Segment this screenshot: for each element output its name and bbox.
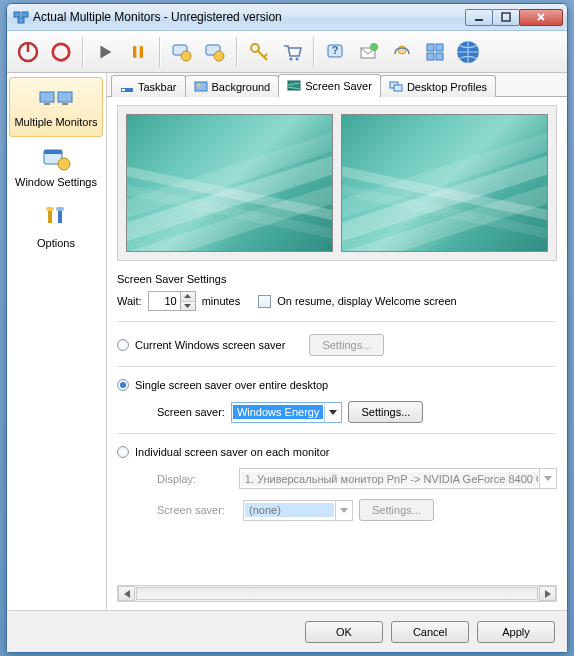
svg-rect-37 [46, 207, 54, 211]
toolbar-separator [159, 37, 161, 67]
ok-button[interactable]: OK [305, 621, 383, 643]
spin-up[interactable] [181, 292, 195, 302]
maximize-button[interactable] [492, 9, 520, 26]
group-title: Screen Saver Settings [117, 273, 557, 285]
help-button[interactable]: ? [320, 35, 352, 69]
power-button[interactable] [12, 35, 44, 69]
svg-point-22 [398, 46, 406, 54]
radio-individual-label: Individual screen saver on each monitor [135, 446, 329, 458]
single-saver-row: Screen saver: Windows Energy Settings... [157, 401, 557, 423]
scroll-right-icon[interactable] [539, 586, 556, 601]
play-button[interactable] [89, 35, 121, 69]
svg-rect-41 [195, 82, 207, 91]
nav-label: Window Settings [15, 176, 97, 188]
nav-options[interactable]: Options [9, 197, 103, 257]
chevron-down-icon [335, 501, 352, 520]
nav-window-settings[interactable]: Window Settings [9, 137, 103, 197]
main-toolbar: ? [7, 31, 567, 73]
support-button[interactable] [386, 35, 418, 69]
profiles-icon [389, 80, 403, 94]
config-button-1[interactable] [166, 35, 198, 69]
globe-button[interactable] [452, 35, 484, 69]
toolbar-separator [236, 37, 238, 67]
windows-button[interactable] [419, 35, 451, 69]
cart-button[interactable] [276, 35, 308, 69]
indiv-saver-row: Screen saver: (none) Settings... [157, 499, 557, 521]
svg-marker-47 [184, 304, 191, 308]
chevron-down-icon [539, 469, 556, 488]
svg-rect-23 [427, 44, 434, 51]
display-row: Display: 1. Универсальный монитор PnP ->… [157, 468, 557, 489]
scroll-thumb[interactable] [136, 587, 538, 600]
svg-marker-46 [184, 294, 191, 298]
svg-point-14 [214, 51, 224, 61]
indiv-saver-combo: (none) [243, 500, 353, 521]
svg-text:?: ? [332, 44, 339, 56]
pause-button[interactable] [122, 35, 154, 69]
wait-label: Wait: [117, 295, 142, 307]
chevron-down-icon[interactable] [324, 403, 341, 422]
key-button[interactable] [243, 35, 275, 69]
svg-rect-0 [14, 12, 20, 17]
on-resume-checkbox[interactable] [258, 295, 271, 308]
tab-screen-saver[interactable]: Screen Saver [278, 74, 381, 97]
svg-rect-1 [22, 12, 28, 17]
radio-current-row: Current Windows screen saver Settings... [117, 334, 557, 356]
app-window: Actual Multiple Monitors - Unregistered … [6, 3, 568, 653]
cancel-button[interactable]: Cancel [391, 621, 469, 643]
tab-desktop-profiles[interactable]: Desktop Profiles [380, 75, 496, 97]
combo-value: 1. Универсальный монитор PnP -> NVIDIA G… [241, 472, 538, 486]
preview-monitor-2 [341, 114, 548, 252]
apply-button[interactable]: Apply [477, 621, 555, 643]
app-icon [13, 9, 29, 25]
svg-rect-38 [56, 207, 64, 211]
radio-single-row: Single screen saver over entire desktop [117, 379, 557, 391]
tab-label: Taskbar [138, 81, 177, 93]
tab-label: Desktop Profiles [407, 81, 487, 93]
tab-label: Background [212, 81, 271, 93]
separator [117, 321, 557, 322]
stop-button[interactable] [45, 35, 77, 69]
config-button-2[interactable] [199, 35, 231, 69]
svg-point-21 [370, 43, 378, 51]
current-settings-button[interactable]: Settings... [309, 334, 384, 356]
radio-individual-row: Individual screen saver on each monitor [117, 446, 557, 458]
wait-input[interactable] [148, 291, 180, 311]
wait-units: minutes [202, 295, 241, 307]
wait-spinner[interactable] [148, 291, 196, 311]
svg-point-12 [181, 51, 191, 61]
titlebar[interactable]: Actual Multiple Monitors - Unregistered … [7, 4, 567, 31]
minimize-button[interactable] [465, 9, 493, 26]
horizontal-scrollbar[interactable] [117, 585, 557, 602]
feedback-button[interactable] [353, 35, 385, 69]
screensaver-preview [117, 105, 557, 261]
svg-rect-31 [62, 103, 68, 105]
radio-single-label: Single screen saver over entire desktop [135, 379, 328, 391]
tab-label: Screen Saver [305, 80, 372, 92]
screen-saver-label: Screen saver: [157, 406, 225, 418]
scroll-left-icon[interactable] [118, 586, 135, 601]
radio-individual[interactable] [117, 446, 129, 458]
svg-point-7 [53, 43, 70, 60]
svg-rect-26 [436, 53, 443, 60]
wait-row: Wait: minutes On resume, display Welcome… [117, 291, 557, 311]
tab-taskbar[interactable]: Taskbar [111, 75, 186, 97]
single-settings-button[interactable]: Settings... [348, 401, 423, 423]
svg-marker-52 [545, 590, 551, 598]
single-saver-combo[interactable]: Windows Energy [231, 402, 343, 423]
svg-rect-2 [18, 18, 24, 23]
radio-current-label: Current Windows screen saver [135, 339, 285, 351]
close-button[interactable] [519, 9, 563, 26]
spin-down[interactable] [181, 302, 195, 311]
background-icon [194, 80, 208, 94]
svg-point-34 [58, 158, 70, 170]
right-pane: Taskbar Background Screen Saver Desktop … [107, 73, 567, 610]
svg-point-42 [197, 83, 200, 86]
svg-point-17 [296, 57, 299, 60]
nav-multiple-monitors[interactable]: Multiple Monitors [9, 77, 103, 137]
svg-rect-9 [133, 46, 136, 58]
radio-single[interactable] [117, 379, 129, 391]
tab-background[interactable]: Background [185, 75, 280, 97]
radio-current[interactable] [117, 339, 129, 351]
svg-rect-4 [502, 13, 510, 21]
